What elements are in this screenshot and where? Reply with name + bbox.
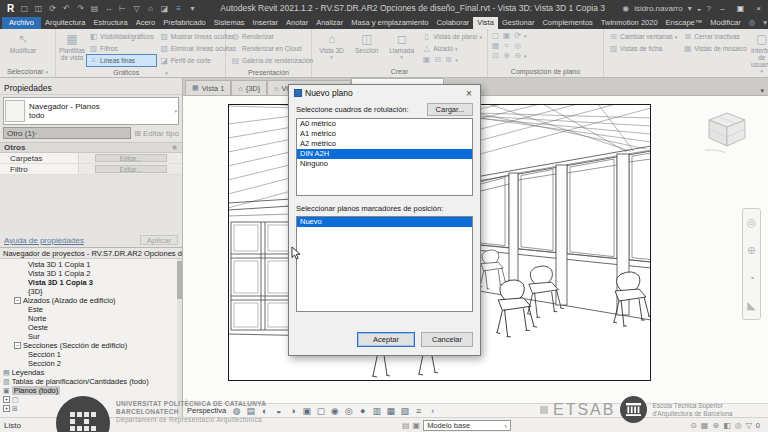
- type-selector-chevron-icon[interactable]: ▾: [174, 108, 177, 114]
- tab-twinmotion[interactable]: Twinmotion 2020: [597, 17, 662, 29]
- user-menu-chevron-icon[interactable]: ▾: [688, 4, 692, 13]
- tab-complementos[interactable]: Complementos: [538, 17, 596, 29]
- dialog-launcher-icon[interactable]: ▾: [165, 70, 168, 76]
- tree-item-grupos[interactable]: +⊞: [0, 404, 182, 413]
- panel-label-presentacion[interactable]: Presentación: [248, 69, 289, 76]
- tab-modificar[interactable]: Modificar: [706, 17, 744, 29]
- tree-item[interactable]: Sección 2: [0, 359, 182, 368]
- switch-windows-button[interactable]: ⊞Cambiar ventanas▾: [607, 31, 679, 42]
- properties-group-otros[interactable]: Otros∗: [0, 142, 182, 153]
- plan-views-button[interactable]: ▯Vistas de plano▾: [420, 31, 484, 42]
- panel-label-composicion[interactable]: Composición de plano: [511, 68, 580, 75]
- undo-icon[interactable]: ↶: [61, 2, 72, 14]
- titleblock-option[interactable]: A0 métrico: [297, 119, 472, 129]
- tree-scrollbar-thumb[interactable]: [177, 261, 182, 299]
- close-inactive-button[interactable]: ⊠Cerrar inactivas: [681, 31, 749, 42]
- callout-button[interactable]: ◻ Llamada▾: [385, 31, 418, 61]
- panel-label-seleccionar[interactable]: Seleccionar: [7, 68, 44, 75]
- default-3d-view-icon[interactable]: ⌂: [145, 2, 156, 14]
- titleblock-option[interactable]: A1 métrico: [297, 129, 472, 139]
- view-templates-button[interactable]: ▦ Plantillas de vista: [59, 31, 85, 61]
- temporary-hide-isolate-icon[interactable]: ◎: [343, 406, 354, 416]
- constraints-icon[interactable]: ▧: [399, 406, 410, 416]
- design-options-icon[interactable]: ▣: [413, 421, 421, 430]
- tree-item-secciones[interactable]: −Secciones (Sección de edificio): [0, 341, 182, 350]
- shadows-icon[interactable]: ◑: [287, 406, 298, 416]
- select-links-toggle-icon[interactable]: ⊙: [690, 421, 697, 430]
- temporary-view-properties-icon[interactable]: ▥: [371, 406, 382, 416]
- worksets-icon[interactable]: ▤: [402, 421, 410, 430]
- duplicate-view-icon[interactable]: ▣: [422, 55, 431, 64]
- lock-3d-view-icon[interactable]: ◉: [329, 406, 340, 416]
- titleblock-option[interactable]: Ninguno: [297, 159, 472, 169]
- restore-button[interactable]: ▣: [734, 4, 747, 13]
- open-icon[interactable]: ▢: [19, 2, 30, 14]
- tree-item[interactable]: Sección 1: [0, 350, 182, 359]
- close-button[interactable]: ×: [752, 4, 765, 13]
- measure-icon[interactable]: ↔: [103, 2, 114, 14]
- signed-in-user[interactable]: isidro.navarro: [634, 4, 682, 13]
- drag-on-selection-toggle-icon[interactable]: ◎: [735, 421, 742, 430]
- tab-archivo[interactable]: Archivo: [2, 17, 41, 29]
- section-button[interactable]: ◫ Sección: [350, 31, 383, 54]
- tree-item[interactable]: Vista 3D 1 Copia 2: [0, 269, 182, 278]
- apply-button[interactable]: Aplicar: [140, 235, 178, 245]
- tab-anotar[interactable]: Anotar: [282, 17, 312, 29]
- elevation-button[interactable]: △Alzado▾: [420, 43, 484, 54]
- placeholder-option-selected[interactable]: Nuevo: [297, 217, 472, 227]
- tab-analizar[interactable]: Analizar: [312, 17, 347, 29]
- tree-item[interactable]: Este: [0, 305, 182, 314]
- panel-label-crear[interactable]: Crear: [391, 68, 409, 75]
- tree-item[interactable]: {3D}: [0, 287, 182, 296]
- render-dialog-icon[interactable]: ◍: [231, 406, 242, 416]
- ribbon-options-icon[interactable]: ◎: [745, 17, 760, 29]
- view-reference-icon[interactable]: ◎: [513, 41, 522, 50]
- tree-scrollbar[interactable]: [177, 259, 182, 417]
- panel-label-graficos[interactable]: Gráficos: [113, 69, 139, 76]
- minimize-button[interactable]: –: [716, 4, 729, 13]
- load-button[interactable]: Cargar...: [427, 103, 473, 116]
- tab-colaborar[interactable]: Colaborar: [432, 17, 473, 29]
- collapse-toggle-icon[interactable]: −: [14, 297, 21, 304]
- orbit-icon[interactable]: ◔: [748, 272, 755, 284]
- render-in-cloud-button[interactable]: ◌Renderizar en Cloud: [229, 43, 315, 54]
- sun-path-icon[interactable]: ◒: [273, 406, 284, 416]
- rewind-icon[interactable]: ◣: [747, 299, 755, 312]
- project-browser-tree[interactable]: Vista 3D 1 Copia 1 Vista 3D 1 Copia 2 Vi…: [0, 259, 182, 417]
- tree-item[interactable]: Oeste: [0, 323, 182, 332]
- view-tab-3d[interactable]: ⌂{3D}: [231, 80, 267, 95]
- titleblock-icon[interactable]: ▣: [502, 31, 511, 40]
- titleblock-list[interactable]: A0 métrico A1 métrico A2 métrico DIN A2H…: [296, 118, 473, 196]
- cancel-button[interactable]: Cancelar: [421, 332, 473, 347]
- viewcube[interactable]: [703, 104, 751, 156]
- tile-views-button[interactable]: ▦Vistas de mosaico: [681, 43, 749, 54]
- user-interface-button[interactable]: ▢ Interfaz de usuario▾: [751, 31, 768, 75]
- redo-icon[interactable]: ↷: [75, 2, 86, 14]
- schedule-icon[interactable]: ⊞: [444, 55, 453, 64]
- tab-views-button[interactable]: ▥Vistas de ficha: [607, 43, 679, 54]
- expand-toggle-icon[interactable]: +: [3, 396, 10, 403]
- edit-type-button[interactable]: ⊞Editar tipo: [134, 129, 179, 138]
- select-underlay-toggle-icon[interactable]: ▦: [701, 421, 709, 430]
- analytical-model-icon[interactable]: ▦: [385, 406, 396, 416]
- view3d-button[interactable]: ⌂ Vista 3D▾: [315, 31, 348, 61]
- tree-item-planos[interactable]: ▣Planos (todo): [0, 386, 182, 395]
- crop-view-icon[interactable]: ▣: [301, 406, 312, 416]
- view-tab-vista1[interactable]: ▦Vista 1: [185, 80, 231, 95]
- visibility-graphics-button[interactable]: ◧Visibilidad/gráficos: [87, 31, 156, 42]
- properties-header[interactable]: Propiedades: [0, 82, 182, 95]
- accept-button[interactable]: Aceptar: [357, 332, 415, 347]
- zoom-icon[interactable]: ⊕: [747, 244, 756, 257]
- tree-item[interactable]: Norte: [0, 314, 182, 323]
- placeholder-list[interactable]: Nuevo: [296, 216, 473, 312]
- titleblock-option-selected[interactable]: DIN A2H: [297, 149, 472, 159]
- save-icon[interactable]: ◫: [33, 2, 44, 14]
- revit-logo-icon[interactable]: R: [5, 2, 16, 14]
- tab-prefabricado[interactable]: Prefabricado: [159, 17, 210, 29]
- guide-grid-icon[interactable]: ▦: [491, 41, 500, 50]
- app-store-icon[interactable]: ◒: [697, 4, 702, 13]
- expand-toggle-icon[interactable]: +: [3, 405, 10, 412]
- reveal-hidden-icon[interactable]: ●: [357, 406, 368, 416]
- matchline-icon[interactable]: ≈: [502, 41, 511, 50]
- detail-level-icon[interactable]: ▤: [245, 406, 256, 416]
